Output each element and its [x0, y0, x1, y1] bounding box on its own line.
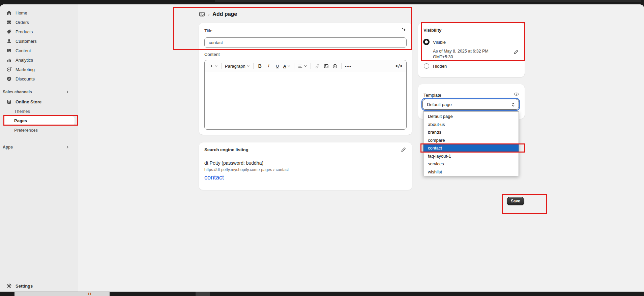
- more-options-icon[interactable]: •••: [344, 62, 353, 70]
- search-engine-listing-card: Search engine listing dt Petty (password…: [199, 142, 412, 190]
- seo-url-breadcrumb: https://dt-petty.myshopify.com › pages ›…: [204, 167, 289, 172]
- sidebar-item-label: Products: [16, 29, 33, 34]
- products-icon: [6, 29, 12, 34]
- sidebar-item-content[interactable]: Content: [0, 46, 78, 55]
- template-card-title: Template: [423, 93, 441, 98]
- gear-icon: [6, 283, 12, 289]
- visibility-card: Visibility Visible As of May 8, 2025 at …: [418, 23, 525, 77]
- toolbar-divider: [341, 63, 342, 69]
- sidebar-item-label: Analytics: [16, 58, 33, 63]
- sidebar-item-label: Orders: [16, 20, 29, 25]
- template-select[interactable]: Default page: [422, 99, 519, 110]
- home-icon: [6, 10, 12, 15]
- sidebar-item-label: Online Store: [16, 99, 41, 104]
- select-updown-icon: [511, 102, 516, 108]
- text-color-dropdown[interactable]: A: [282, 62, 292, 70]
- sidebar-item-online-store[interactable]: Online Store: [0, 97, 78, 106]
- edit-pencil-icon[interactable]: [513, 49, 519, 55]
- dropdown-option-faq-layout-1[interactable]: faq-layout-1: [423, 152, 519, 160]
- breadcrumb-separator: ›: [208, 12, 209, 17]
- chevron-right-icon: [65, 90, 69, 94]
- sidebar-item-preferences[interactable]: Preferences: [0, 125, 78, 135]
- underline-button[interactable]: U: [273, 62, 282, 70]
- customers-icon: [6, 38, 12, 44]
- sidebar-item-settings[interactable]: Settings: [0, 281, 78, 291]
- edit-pencil-icon[interactable]: [401, 147, 407, 153]
- seo-card-title: Search engine listing: [204, 147, 248, 152]
- save-button[interactable]: Save: [507, 197, 524, 205]
- top-chrome-bar: [0, 0, 644, 4]
- editor-body[interactable]: [205, 72, 406, 129]
- visibility-date-note: As of May 8, 2025 at 6:32 PM GMT+5:30: [433, 48, 495, 60]
- sidebar-item-label: Marketing: [16, 67, 35, 72]
- apps-label: Apps: [3, 145, 13, 150]
- sidebar-item-home[interactable]: Home: [0, 8, 78, 18]
- sidebar-item-pages[interactable]: Pages: [0, 116, 78, 125]
- sidebar-item-marketing[interactable]: Marketing: [0, 65, 78, 74]
- sidebar-item-label: Customers: [16, 39, 37, 44]
- sidebar-item-label: Home: [16, 10, 27, 15]
- seo-site-name: dt Petty (password: buddha): [204, 160, 263, 166]
- insert-image-icon[interactable]: [322, 62, 330, 70]
- breadcrumb: › Add page: [199, 10, 237, 19]
- link-icon[interactable]: [313, 62, 321, 70]
- ai-sparkle-icon[interactable]: [401, 27, 407, 34]
- sidebar-item-label: Content: [16, 48, 31, 53]
- visible-radio-selected[interactable]: [423, 39, 430, 45]
- bottom-bar-orange-marker: [88, 293, 91, 295]
- dropdown-option-contact-highlighted[interactable]: contact: [423, 144, 519, 152]
- marketing-icon: [6, 67, 12, 72]
- template-selected-value: Default page: [427, 102, 452, 107]
- sidebar-item-themes[interactable]: Themes: [0, 106, 78, 116]
- sidebar-item-label: Preferences: [14, 128, 38, 133]
- sales-channels-label: Sales channels: [3, 90, 32, 94]
- sidebar-item-customers[interactable]: Customers: [0, 36, 78, 46]
- title-field-label: Title: [204, 28, 212, 33]
- sidebar-item-label: Pages: [14, 118, 27, 123]
- page-form-card: Title Content Paragraph B I U A ••: [199, 23, 412, 135]
- seo-page-link[interactable]: contact: [204, 174, 224, 181]
- bottom-bar-light-segment: [14, 292, 110, 296]
- dropdown-option-services[interactable]: services: [423, 160, 519, 168]
- hidden-option-label: Hidden: [433, 64, 447, 69]
- sidebar-item-products[interactable]: Products: [0, 27, 78, 36]
- orders-icon: [6, 20, 12, 25]
- pages-breadcrumb-icon[interactable]: [199, 11, 205, 17]
- sidebar-item-analytics[interactable]: Analytics: [0, 55, 78, 65]
- chevron-right-icon: [65, 145, 69, 149]
- sidebar-item-orders[interactable]: Orders: [0, 18, 78, 27]
- toolbar-divider: [294, 63, 294, 69]
- sidebar-item-label: Themes: [14, 109, 30, 114]
- bold-button[interactable]: B: [256, 62, 264, 70]
- content-icon: [6, 48, 12, 53]
- code-view-icon[interactable]: </>: [394, 62, 404, 70]
- dropdown-option-wishlist[interactable]: wishlist: [423, 168, 519, 176]
- insert-video-icon[interactable]: [331, 62, 339, 70]
- sidebar-item-discounts[interactable]: Discounts: [0, 74, 78, 84]
- hidden-radio-unselected[interactable]: [424, 63, 429, 69]
- visible-option-label: Visible: [433, 40, 446, 45]
- ai-sparkle-icon[interactable]: [207, 62, 219, 70]
- italic-button[interactable]: I: [265, 62, 273, 70]
- dropdown-option-default-page[interactable]: Default page: [423, 112, 519, 121]
- apps-section[interactable]: Apps: [0, 142, 78, 152]
- bottom-chrome-bar: [0, 292, 644, 296]
- dropdown-option-about-us[interactable]: about-us: [423, 121, 519, 129]
- rich-text-editor[interactable]: Paragraph B I U A ••• </>: [204, 60, 407, 130]
- toolbar-divider: [221, 63, 222, 69]
- sidebar-item-label: Settings: [16, 284, 33, 289]
- view-eye-icon[interactable]: [514, 91, 520, 97]
- paragraph-style-dropdown[interactable]: Paragraph: [224, 62, 251, 70]
- sales-channels-section[interactable]: Sales channels: [0, 87, 78, 97]
- page-title: Add page: [212, 11, 237, 17]
- template-dropdown-menu: Default page about-us brands compare con…: [423, 111, 519, 176]
- alignment-dropdown[interactable]: [297, 62, 308, 70]
- discounts-icon: [6, 76, 12, 81]
- dropdown-option-brands[interactable]: brands: [423, 128, 519, 136]
- text-color-label: A: [283, 64, 286, 69]
- visibility-card-title: Visibility: [423, 28, 441, 33]
- title-input[interactable]: [204, 37, 407, 48]
- editor-toolbar: Paragraph B I U A ••• </>: [205, 60, 406, 72]
- dropdown-option-compare[interactable]: compare: [423, 136, 519, 144]
- top-chrome-highlight: [215, 0, 641, 2]
